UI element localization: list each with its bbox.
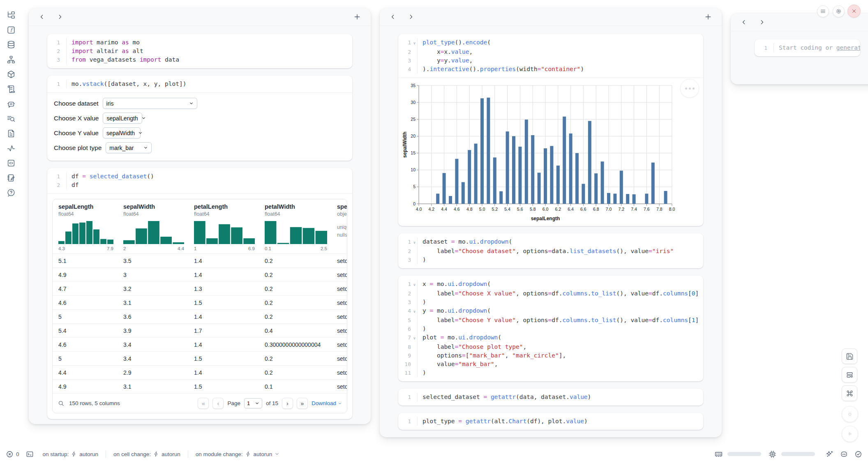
layout-button[interactable] (842, 367, 857, 383)
table-row[interactable]: 4.63.41.40.3000000000000004setosa (53, 337, 347, 351)
scratchpad-icon[interactable] (7, 173, 16, 182)
table-row[interactable]: 53.41.50.2setosa (53, 351, 347, 365)
add-cell-button[interactable] (353, 13, 361, 21)
svg-text:25: 25 (411, 117, 416, 122)
help-icon[interactable] (7, 188, 16, 197)
svg-text:6.4: 6.4 (568, 207, 574, 212)
command-palette-button[interactable] (842, 385, 857, 401)
runtime-on-module-change[interactable]: on module change: autorun (196, 451, 280, 457)
dropdown-select[interactable]: iris (103, 98, 197, 109)
settings-gear-icon[interactable] (833, 5, 845, 17)
page-label: Page (227, 400, 240, 406)
prev-page-button[interactable]: ‹ (212, 398, 224, 409)
memory-usage-bar (727, 452, 761, 456)
script-icon[interactable] (7, 85, 16, 94)
sparkles-icon[interactable] (826, 450, 833, 458)
chevron-right-icon[interactable] (57, 14, 63, 20)
chevron-right-icon[interactable] (759, 19, 765, 25)
svg-text:7.2: 7.2 (618, 207, 624, 212)
table-row[interactable]: 5.43.91.70.4setosa (53, 323, 347, 337)
page-select[interactable]: 1 (244, 398, 262, 408)
cell-dataframe: 1df = selected_dataset()2df sepalLength … (47, 168, 352, 419)
close-button[interactable] (847, 5, 861, 18)
code-editor[interactable]: 1Start coding or generate with (755, 39, 860, 56)
errors-button[interactable]: 0 (6, 450, 19, 458)
table-row[interactable]: 4.931.40.2setosa (53, 267, 347, 281)
code-editor[interactable]: 1∨plot_type().encode(2 x=x.value,3 y=y.v… (398, 34, 703, 78)
table-row[interactable]: 4.73.21.30.2setosa (53, 281, 347, 295)
database-icon[interactable] (7, 40, 16, 49)
terminal-button[interactable] (26, 450, 34, 458)
svg-text:6.8: 6.8 (593, 207, 599, 212)
column-histogram (265, 221, 327, 244)
dropdown-select[interactable]: sepalWidth (103, 127, 141, 138)
notebook-column-2: 1∨plot_type().encode(2 x=x.value,3 y=y.v… (380, 8, 722, 437)
package-icon[interactable] (7, 70, 16, 79)
add-cell-button[interactable] (704, 13, 712, 21)
code-editor[interactable]: 1mo.vstack([dataset, x, y, plot]) (47, 76, 352, 93)
svg-text:6.6: 6.6 (580, 207, 586, 212)
cell-dataset-dropdown: 1∨dataset = mo.ui.dropdown(2 label="Choo… (398, 233, 703, 268)
next-page-button[interactable]: › (282, 398, 293, 409)
download-button[interactable]: Download (312, 400, 342, 406)
table-row[interactable]: 53.61.40.2setosa (53, 309, 347, 323)
column-header[interactable]: species object unique: nulls: (331, 199, 347, 254)
bolt-icon (71, 451, 77, 457)
code-editor[interactable]: 1plot_type = getattr(alt.Chart(df), plot… (398, 413, 703, 430)
runtime-on-cell-change[interactable]: on cell change: autorun (113, 451, 180, 457)
dependency-graph-icon[interactable] (7, 55, 16, 64)
column-header[interactable]: petalLength float64 16.9 (188, 199, 259, 254)
file-tree-icon[interactable] (7, 11, 16, 20)
last-page-button[interactable]: » (297, 398, 308, 409)
column-header[interactable]: sepalWidth float64 24.4 (118, 199, 188, 254)
code-editor[interactable]: 1import marimo as mo2import altair as al… (47, 34, 352, 68)
code-editor[interactable]: 1df = selected_dataset()2df (47, 168, 352, 194)
column-header[interactable]: petalWidth float64 0.12.5 (259, 199, 331, 254)
svg-text:4.6: 4.6 (454, 207, 460, 212)
svg-text:7.8: 7.8 (656, 207, 663, 212)
menu-button[interactable] (817, 5, 829, 17)
more-options-button[interactable] (680, 79, 699, 98)
dropdown-select[interactable]: sepalLength (103, 113, 142, 124)
svg-text:20: 20 (411, 134, 416, 138)
column-histogram (194, 221, 255, 244)
altair-bar-chart[interactable]: 051015202530354.04.24.44.64.85.05.25.45.… (402, 82, 701, 223)
column-header[interactable]: sepalLength float64 4.37.9 (53, 199, 118, 254)
svg-text:15: 15 (411, 150, 416, 155)
copilot-icon[interactable] (840, 450, 848, 458)
dropdown-select[interactable]: mark_bar (106, 142, 152, 153)
chevron-left-icon[interactable] (741, 19, 747, 25)
table-row[interactable]: 4.93.11.50.1setosa (53, 379, 347, 393)
chevron-left-icon[interactable] (390, 14, 396, 20)
search-icon[interactable] (58, 400, 65, 407)
table-row[interactable]: 4.42.91.40.2setosa (53, 365, 347, 379)
table-row[interactable]: 5.13.51.40.2setosa (53, 254, 347, 267)
code-editor[interactable]: 1∨dataset = mo.ui.dropdown(2 label="Choo… (398, 233, 703, 268)
svg-text:5: 5 (413, 184, 416, 189)
code-editor[interactable]: 1∨x = mo.ui.dropdown(2 label="Choose X v… (398, 276, 703, 381)
chevron-left-icon[interactable] (39, 14, 45, 20)
cpu-usage-bar (781, 452, 815, 456)
code-editor[interactable]: 1selected_dataset = getattr(data, datase… (398, 389, 703, 406)
error-count: 0 (16, 451, 19, 457)
documentation-icon[interactable] (7, 129, 16, 138)
runtime-on-startup[interactable]: on startup: autorun (43, 451, 99, 457)
dropdown-label: Choose dataset (54, 100, 99, 107)
run-button[interactable] (842, 426, 858, 442)
chart-output: 051015202530354.04.24.44.64.85.05.25.45.… (398, 78, 703, 226)
svg-text:35: 35 (411, 83, 416, 88)
function-icon[interactable]: f (7, 25, 16, 35)
table-row[interactable]: 4.63.11.50.2setosa (53, 295, 347, 309)
chevron-right-icon[interactable] (408, 14, 414, 20)
first-page-button[interactable]: « (198, 398, 209, 409)
ai-chat-icon[interactable] (7, 99, 16, 108)
check-circle-icon[interactable] (854, 450, 862, 458)
dropdown-controls-output: Choose datasetirisChoose X valuesepalLen… (47, 93, 352, 161)
tracing-icon[interactable] (7, 144, 16, 153)
stop-button[interactable] (842, 406, 858, 422)
logs-icon[interactable] (7, 114, 16, 123)
svg-text:30: 30 (411, 100, 416, 105)
dropdown-label: Choose Y value (54, 129, 99, 137)
save-button[interactable] (842, 348, 857, 364)
snippets-icon[interactable] (7, 159, 16, 168)
